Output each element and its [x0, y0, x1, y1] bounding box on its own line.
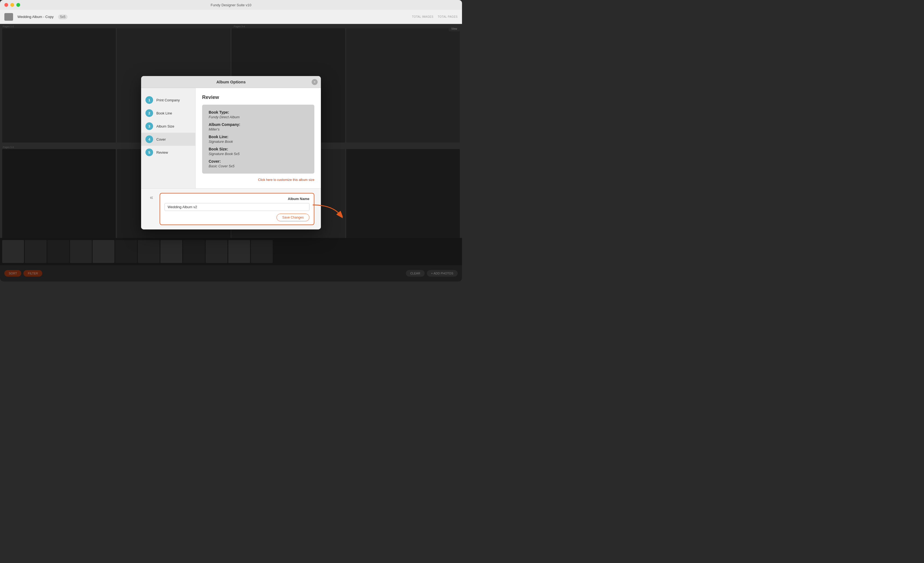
toolbar: Wedding Album - Copy 5x5 TOTAL IMAGES TO… — [0, 10, 462, 24]
book-line-value: Signature Book — [208, 140, 308, 144]
total-images-label: TOTAL IMAGES — [412, 15, 434, 18]
review-box: Book Type: Fundy Direct Album Album Comp… — [202, 105, 314, 174]
back-button[interactable]: « — [148, 193, 155, 202]
modal-close-button[interactable]: × — [312, 79, 318, 85]
app-window: Fundy Designer Suite v10 Wedding Album -… — [0, 0, 462, 281]
close-button[interactable] — [4, 3, 8, 7]
book-type-label: Book Type: — [208, 110, 308, 114]
sidebar-item-label-print-company: Print Company — [156, 98, 180, 102]
step-badge-1: 1 — [146, 96, 153, 104]
title-bar: Fundy Designer Suite v10 — [0, 0, 462, 10]
review-album-company: Album Company: Miller's — [208, 122, 308, 131]
sidebar-item-book-line[interactable]: 2 Book Line — [141, 107, 195, 120]
save-changes-button[interactable]: Save Changes — [276, 214, 309, 221]
sidebar-item-print-company[interactable]: 1 Print Company — [141, 93, 195, 107]
modal-sidebar: 1 Print Company 2 Book Line — [141, 88, 196, 188]
book-size-value: Signature Book 5x5 — [208, 152, 308, 156]
review-cover: Cover: Basic Cover 5x5 — [208, 159, 308, 168]
panel-title: Review — [202, 95, 314, 100]
review-book-type: Book Type: Fundy Direct Album — [208, 110, 308, 119]
customize-link[interactable]: Click here to customize this album size — [202, 178, 314, 182]
modal-main-panel: Review Book Type: Fundy Direct Album Alb… — [196, 88, 321, 188]
review-book-size: Book Size: Signature Book 5x5 — [208, 147, 308, 156]
modal-title: Album Options — [216, 80, 246, 84]
step-badge-3: 3 — [146, 122, 153, 130]
album-options-modal: Album Options × 1 Print Company — [141, 76, 321, 230]
album-size: 5x5 — [58, 15, 68, 20]
step-badge-2: 2 — [146, 109, 153, 117]
sidebar-item-cover[interactable]: 4 Cover — [141, 133, 195, 146]
maximize-button[interactable] — [16, 3, 20, 7]
album-company-label: Album Company: — [208, 122, 308, 127]
sidebar-item-label-review: Review — [156, 150, 168, 155]
review-book-line: Book Line: Signature Book — [208, 135, 308, 144]
cover-label: Cover: — [208, 159, 308, 164]
total-pages-label: TOTAL PAGES — [438, 15, 458, 18]
album-name-section: Album Name Save Changes — [160, 193, 314, 225]
modal-container: Album Options × 1 Print Company — [141, 76, 321, 230]
modal-overlay: Album Options × 1 Print Company — [0, 24, 462, 281]
book-line-label: Book Line: — [208, 135, 308, 139]
album-name: Wedding Album - Copy — [17, 15, 54, 19]
modal-body: 1 Print Company 2 Book Line — [141, 88, 321, 188]
sidebar-item-label-album-size: Album Size — [156, 124, 174, 128]
sidebar-item-review[interactable]: 5 Review — [141, 146, 195, 159]
modal-footer: « Album Name Save Changes — [141, 188, 321, 230]
app-title: Fundy Designer Suite v10 — [211, 3, 251, 7]
sidebar-item-album-size[interactable]: 3 Album Size — [141, 120, 195, 133]
album-name-input[interactable] — [165, 203, 309, 211]
sidebar-item-label-book-line: Book Line — [156, 111, 172, 115]
book-type-value: Fundy Direct Album — [208, 115, 308, 119]
minimize-button[interactable] — [10, 3, 14, 7]
modal-header: Album Options × — [141, 76, 321, 88]
album-icon — [4, 13, 13, 21]
album-company-value: Miller's — [208, 127, 308, 131]
cover-value: Basic Cover 5x5 — [208, 164, 308, 168]
traffic-lights — [4, 3, 20, 7]
step-badge-4: 4 — [146, 135, 153, 143]
main-content: Pages 1-2 Pages 3-4 View Pages 5-6 Pages… — [0, 24, 462, 281]
sidebar-item-label-cover: Cover — [156, 137, 166, 141]
step-badge-5: 5 — [146, 149, 153, 156]
book-size-label: Book Size: — [208, 147, 308, 151]
album-name-label: Album Name — [165, 197, 309, 201]
